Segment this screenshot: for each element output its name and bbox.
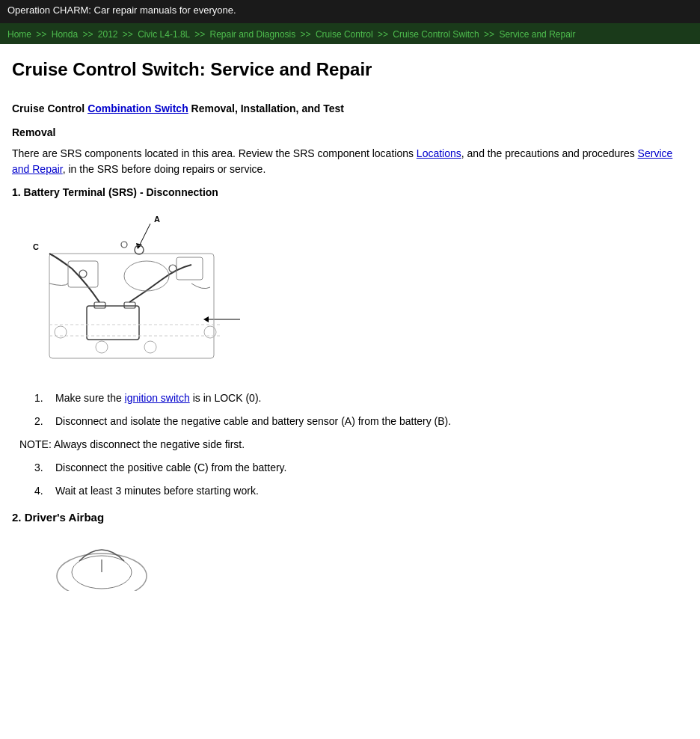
svg-point-17	[121, 242, 127, 248]
list-text-2: Disconnect and isolate the negative cabl…	[55, 414, 451, 429]
svg-point-14	[79, 270, 87, 277]
breadcrumb-sep-1: >>	[36, 29, 46, 40]
list-text-1: Make sure the ignition switch is in LOCK…	[55, 390, 261, 406]
list-num-1: 1.	[34, 390, 49, 406]
battery-diagram-container: A C B	[27, 209, 688, 375]
locations-link[interactable]: Locations	[417, 147, 461, 159]
breadcrumb-sep-2: >>	[82, 29, 93, 40]
body-text-2: , and the precautions and procedures	[461, 147, 635, 159]
combination-switch-link[interactable]: Combination Switch	[88, 102, 188, 114]
svg-rect-8	[87, 306, 139, 340]
intro-label: Cruise Control	[12, 102, 85, 114]
breadcrumb-honda[interactable]: Honda	[52, 29, 78, 40]
list-item-2: 2. Disconnect and isolate the negative c…	[34, 414, 688, 429]
removal-heading: Removal	[12, 126, 688, 138]
content-area: Cruise Control Switch: Service and Repai…	[0, 44, 700, 608]
svg-point-23	[144, 341, 156, 353]
svg-point-20	[55, 326, 67, 338]
step1-heading: 1. Battery Terminal (SRS) - Disconnectio…	[12, 186, 688, 198]
list-num-2: 2.	[34, 414, 49, 429]
intro-suffix: Removal, Installation, and Test	[191, 102, 344, 114]
step2-heading: 2. Driver's Airbag	[12, 511, 688, 524]
list-item-3: 3. Disconnect the positive cable (C) fro…	[34, 460, 688, 476]
breadcrumb-sep-6: >>	[378, 29, 388, 40]
svg-text:A: A	[154, 215, 160, 224]
breadcrumb-cruise[interactable]: Cruise Control	[316, 29, 373, 40]
body-text-1: There are SRS components located in this…	[12, 147, 414, 159]
list-item-1: 1. Make sure the ignition switch is in L…	[34, 390, 688, 406]
intro-paragraph: Cruise Control Combination Switch Remova…	[12, 102, 688, 114]
list-text-3: Disconnect the positive cable (C) from t…	[55, 460, 286, 476]
breadcrumb-sep-4: >>	[194, 29, 205, 40]
svg-text:C: C	[33, 242, 39, 251]
breadcrumb-service[interactable]: Service and Repair	[499, 29, 575, 40]
breadcrumb-home[interactable]: Home	[7, 29, 31, 40]
note-text: NOTE: Always disconnect the negative sid…	[12, 437, 688, 453]
svg-rect-9	[94, 302, 105, 308]
svg-marker-6	[203, 316, 209, 322]
breadcrumb-bar: Home >> Honda >> 2012 >> Civic L4-1.8L >…	[0, 23, 700, 44]
breadcrumb-year[interactable]: 2012	[98, 29, 118, 40]
breadcrumb-switch[interactable]: Cruise Control Switch	[393, 29, 479, 40]
steps-list-cont: 3. Disconnect the positive cable (C) fro…	[34, 460, 688, 499]
svg-point-22	[96, 341, 108, 353]
breadcrumb-sep-3: >>	[123, 29, 133, 40]
list-num-3: 3.	[34, 460, 49, 476]
header-bar: Operation CHARM: Car repair manuals for …	[0, 0, 700, 23]
list-text-4: Wait at least 3 minutes before starting …	[55, 483, 259, 499]
breadcrumb-repair[interactable]: Repair and Diagnosis	[210, 29, 296, 40]
body-text-3: , in the SRS before doing repairs or ser…	[63, 163, 266, 175]
svg-rect-12	[68, 261, 98, 287]
svg-rect-10	[124, 302, 135, 308]
section-intro: Cruise Control Combination Switch Remova…	[12, 102, 688, 114]
airbag-diagram-container	[42, 531, 688, 593]
ignition-switch-link[interactable]: ignition switch	[125, 392, 190, 404]
svg-line-1	[139, 224, 150, 246]
airbag-diagram	[42, 531, 162, 591]
svg-point-21	[204, 326, 216, 338]
steps-list: 1. Make sure the ignition switch is in L…	[34, 390, 688, 429]
svg-point-11	[124, 261, 169, 291]
list-item-4: 4. Wait at least 3 minutes before starti…	[34, 483, 688, 499]
body-paragraph: There are SRS components located in this…	[12, 146, 688, 177]
breadcrumb-model[interactable]: Civic L4-1.8L	[138, 29, 190, 40]
site-title: Operation CHARM: Car repair manuals for …	[7, 4, 693, 16]
page-title: Cruise Control Switch: Service and Repai…	[12, 59, 688, 80]
breadcrumb-sep-7: >>	[484, 29, 494, 40]
battery-diagram: A C B	[27, 209, 244, 373]
list-num-4: 4.	[34, 483, 49, 499]
breadcrumb-sep-5: >>	[301, 29, 311, 40]
svg-point-15	[169, 265, 176, 272]
breadcrumb: Home >> Honda >> 2012 >> Civic L4-1.8L >…	[7, 29, 575, 40]
